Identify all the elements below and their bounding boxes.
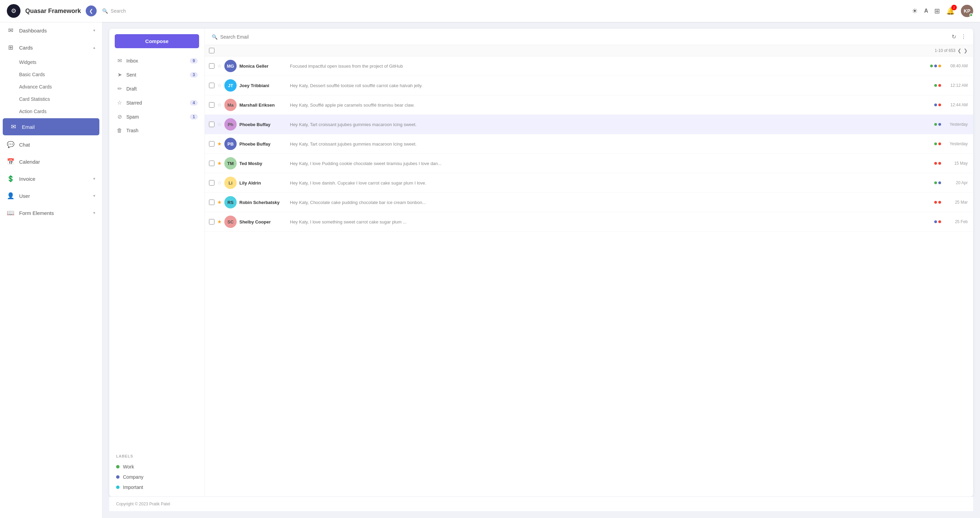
logo-icon: ⚙ <box>11 7 16 15</box>
sidebar-toggle-button[interactable]: ❮ <box>86 5 97 16</box>
sidebar-item-advance-cards[interactable]: Advance Cards <box>0 81 102 93</box>
email-checkbox[interactable] <box>209 122 215 127</box>
email-nav-draft[interactable]: ✏ Draft <box>109 82 205 96</box>
label-important[interactable]: Important <box>116 482 198 492</box>
next-page-button[interactable]: ❯ <box>964 48 968 53</box>
star-icon[interactable]: ☆ <box>217 63 222 69</box>
email-nav-sent[interactable]: ➤ Sent 3 <box>109 68 205 82</box>
translate-icon[interactable]: A <box>924 8 928 14</box>
dot <box>934 201 937 204</box>
sidebar-item-cards[interactable]: ⊞ Cards ▴ <box>0 39 102 56</box>
dot <box>934 65 937 67</box>
logo: ⚙ <box>7 4 21 18</box>
theme-toggle-icon[interactable]: ☀ <box>912 7 918 15</box>
sidebar-item-chat[interactable]: 💬 Chat <box>0 136 102 153</box>
star-icon[interactable]: ★ <box>217 199 222 206</box>
star-icon[interactable]: ★ <box>217 219 222 225</box>
sidebar-item-user[interactable]: 👤 User ▾ <box>0 187 102 204</box>
label-work[interactable]: Work <box>116 462 198 472</box>
sidebar-label-widgets: Widgets <box>19 59 37 65</box>
email-row[interactable]: ☆ Ph Phoebe Buffay Hey Katy, Tart croiss… <box>205 115 973 134</box>
notification-icon[interactable]: 🔔 2 <box>946 7 955 15</box>
star-icon[interactable]: ☆ <box>217 180 222 186</box>
grid-icon[interactable]: ⊞ <box>934 7 940 15</box>
refresh-icon[interactable]: ↻ <box>952 33 956 40</box>
sidebar-item-invoice[interactable]: 💲 Invoice ▾ <box>0 170 102 187</box>
prev-page-button[interactable]: ❮ <box>958 48 962 53</box>
search-email-input[interactable] <box>220 34 948 40</box>
star-icon[interactable]: ☆ <box>217 102 222 108</box>
email-checkbox[interactable] <box>209 141 215 147</box>
label-company[interactable]: Company <box>116 472 198 482</box>
email-time: Yesterday <box>944 122 968 127</box>
brand-name: Quasar Framework <box>25 8 81 15</box>
header-right: ☀ A ⊞ 🔔 2 KP <box>912 5 973 17</box>
select-all-checkbox[interactable] <box>209 48 215 53</box>
trash-icon: 🗑 <box>116 128 123 134</box>
email-row[interactable]: ☆ Li Lily Aldrin Hey Katy, I love danish… <box>205 173 973 193</box>
labels-section: LABELS Work Company Important <box>109 450 205 496</box>
email-time: 25 Feb <box>944 219 968 224</box>
email-preview: Hey Katy, Dessert soufflé tootsie roll s… <box>290 83 932 88</box>
email-checkbox[interactable] <box>209 161 215 166</box>
email-row[interactable]: ☆ MG Monica Geller Focused impactful ope… <box>205 56 973 76</box>
compose-button[interactable]: Compose <box>115 34 199 48</box>
email-checkbox[interactable] <box>209 83 215 88</box>
star-icon[interactable]: ☆ <box>217 121 222 128</box>
chevron-down-icon-form: ▾ <box>93 210 95 215</box>
sidebar-item-card-statistics[interactable]: Card Statistics <box>0 93 102 105</box>
email-row[interactable]: ☆ JT Joey Tribbiani Hey Katy, Dessert so… <box>205 76 973 95</box>
email-nav: ✉ Inbox 9 ➤ Sent 3 ✏ Draft <box>109 54 205 450</box>
dot <box>938 123 941 126</box>
star-icon[interactable]: ☆ <box>217 82 222 89</box>
email-checkbox[interactable] <box>209 180 215 185</box>
dot <box>938 104 941 106</box>
email-dots <box>930 65 941 67</box>
sidebar-item-email[interactable]: ✉ Email <box>3 118 99 135</box>
dot <box>934 182 937 184</box>
email-nav-trash[interactable]: 🗑 Trash <box>109 124 205 137</box>
email-checkbox[interactable] <box>209 199 215 205</box>
draft-icon: ✏ <box>116 85 123 92</box>
email-checkbox[interactable] <box>209 63 215 69</box>
more-options-icon[interactable]: ⋮ <box>961 33 966 40</box>
avatar: Ph <box>224 118 237 131</box>
sidebar-item-action-cards[interactable]: Action Cards <box>0 105 102 118</box>
dot <box>938 84 941 87</box>
email-row[interactable]: ★ RS Robin Scherbatsky Hey Katy, Chocola… <box>205 193 973 212</box>
sidebar-item-basic-cards[interactable]: Basic Cards <box>0 69 102 81</box>
email-nav-spam[interactable]: ⊘ Spam 1 <box>109 110 205 124</box>
email-row[interactable]: ★ SC Shelby Cooper Hey Katy, I love some… <box>205 212 973 232</box>
pagination-info: 1-10 of 653 ❮ ❯ <box>935 48 968 53</box>
pagination-text: 1-10 of 653 <box>935 48 955 53</box>
email-row[interactable]: ★ PB Phoebe Buffay Hey Katy, Tart croiss… <box>205 134 973 154</box>
sidebar-label-basic-cards: Basic Cards <box>19 72 45 77</box>
sidebar-label-chat: Chat <box>19 142 95 148</box>
email-left-panel: Compose ✉ Inbox 9 ➤ Sent 3 <box>109 29 205 496</box>
email-nav-starred[interactable]: ☆ Starred 4 <box>109 96 205 110</box>
email-row[interactable]: ★ TM Ted Mosby Hey Katy, I love Pudding … <box>205 154 973 173</box>
star-icon[interactable]: ★ <box>217 160 222 166</box>
user-avatar[interactable]: KP <box>961 5 973 17</box>
avatar: RS <box>224 196 237 209</box>
sent-badge: 3 <box>190 72 198 78</box>
sidebar-label-card-statistics: Card Statistics <box>19 96 50 102</box>
inbox-label: Inbox <box>126 58 186 64</box>
sidebar-item-dashboards[interactable]: ✉ Dashboards ▾ <box>0 22 102 39</box>
star-icon[interactable]: ★ <box>217 141 222 147</box>
global-search[interactable]: 🔍 Search <box>102 8 126 14</box>
sidebar-item-widgets[interactable]: Widgets <box>0 56 102 69</box>
email-nav-inbox[interactable]: ✉ Inbox 9 <box>109 54 205 68</box>
dot <box>934 84 937 87</box>
email-row[interactable]: ☆ Ma Marshall Eriksen Hey Katy, Soufflé … <box>205 95 973 115</box>
email-checkbox[interactable] <box>209 219 215 225</box>
sidebar-item-form-elements[interactable]: 📖 Form Elements ▾ <box>0 204 102 222</box>
trash-label: Trash <box>126 128 198 133</box>
email-checkbox[interactable] <box>209 102 215 108</box>
chat-icon: 💬 <box>7 141 14 148</box>
email-time: 08:40 AM <box>944 64 968 69</box>
dashboards-icon: ✉ <box>7 27 14 34</box>
important-dot <box>116 486 119 489</box>
email-right-panel: 🔍 ↻ ⋮ 1-10 of 653 ❮ ❯ <box>205 29 973 496</box>
sidebar-item-calendar[interactable]: 📅 Calendar <box>0 153 102 170</box>
